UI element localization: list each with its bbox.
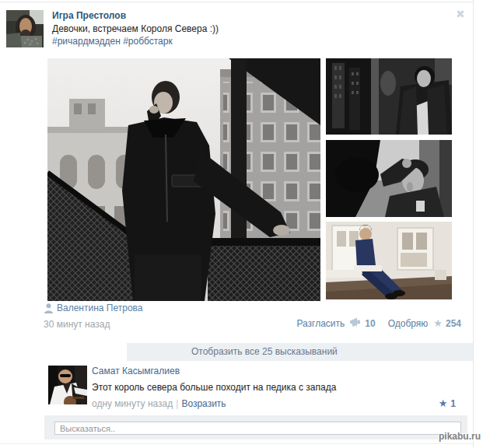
- comment-avatar-image: [48, 366, 87, 404]
- photo-man-hand-in-hair: [326, 140, 452, 217]
- post-message: Девочки, встречаем Короля Севера :)): [52, 23, 219, 34]
- card-bottom-border: [0, 443, 473, 444]
- hound-avatar-image: [6, 10, 44, 47]
- comment-meta: одну минуту назад|Возразить: [92, 398, 226, 409]
- post-author-name[interactable]: Игра Престолов: [52, 10, 126, 21]
- card-right-border: [473, 0, 474, 448]
- post-photo-thumb-3[interactable]: [326, 222, 452, 299]
- comment-reply-button[interactable]: Возразить: [181, 398, 226, 409]
- show-all-comments-label: Отобразить все 25 высказываний: [127, 343, 338, 361]
- photo-man-smoking-fire-escape: [47, 58, 320, 301]
- comment-author-name[interactable]: Самат Касымгалиев: [92, 366, 180, 376]
- post-photo-main[interactable]: [47, 58, 320, 301]
- show-all-comments-button[interactable]: Отобразить все 25 высказываний: [127, 343, 473, 361]
- signature-author-link[interactable]: Валентина Петрова: [57, 303, 142, 313]
- person-icon: [44, 303, 53, 313]
- share-button[interactable]: Разгласить: [296, 318, 345, 329]
- comment-text: Этот король севера больше походит на пед…: [92, 382, 336, 393]
- post-author-avatar[interactable]: [6, 10, 44, 47]
- comment-input[interactable]: [54, 422, 461, 435]
- comment-like-count: 1: [450, 398, 456, 409]
- post-photo-thumb-2[interactable]: [326, 140, 452, 217]
- pikabu-watermark: pikabu.ru: [439, 431, 481, 442]
- megaphone-icon[interactable]: [350, 317, 362, 329]
- post-signature: Валентина Петрова: [44, 303, 142, 313]
- photo-man-by-window-city: [326, 58, 452, 135]
- comment-timestamp: одну минуту назад: [92, 398, 173, 409]
- post-timestamp: 30 минут назад: [44, 319, 110, 330]
- card-top-border: [0, 2, 473, 2]
- comment-like-control[interactable]: ★ 1: [439, 397, 456, 409]
- meta-separator: |: [173, 398, 181, 409]
- like-count[interactable]: 254: [446, 318, 461, 329]
- star-icon[interactable]: ★: [433, 317, 443, 329]
- like-button[interactable]: Одобряю: [388, 318, 429, 329]
- post-photo-thumb-1[interactable]: [326, 58, 452, 135]
- vk-post-screenshot: ✖ Игра Престолов Девочки, встречаем Коро…: [0, 0, 483, 448]
- post-hashtags[interactable]: #ричардмэдден #роббстарк: [52, 36, 173, 47]
- comment-author-avatar[interactable]: [48, 366, 87, 404]
- close-icon[interactable]: ✖: [456, 9, 465, 19]
- post-actions: Разгласить 10 Одобряю ★ 254: [296, 317, 461, 329]
- share-count[interactable]: 10: [365, 318, 375, 329]
- photo-man-blue-suit-windowsill: [326, 222, 452, 299]
- comment-star-icon[interactable]: ★: [439, 397, 448, 409]
